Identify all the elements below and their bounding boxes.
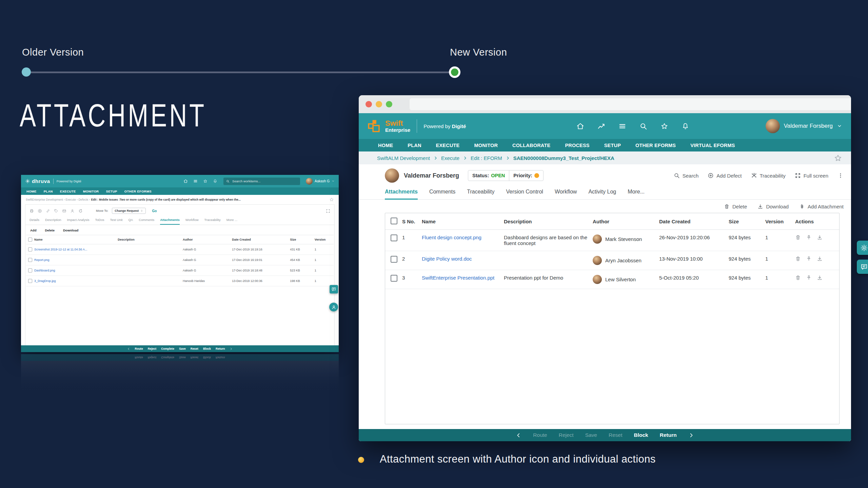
star-icon[interactable] bbox=[660, 122, 668, 130]
tab-attachments[interactable]: Attachments bbox=[385, 189, 418, 200]
reject-button[interactable]: Reject bbox=[148, 347, 157, 350]
tab-workflow[interactable]: Workflow bbox=[555, 189, 577, 199]
search-button[interactable]: Search bbox=[674, 172, 699, 179]
complete-button[interactable]: Complete bbox=[161, 347, 174, 350]
return-button[interactable]: Return bbox=[216, 347, 225, 350]
minimize-window-button[interactable] bbox=[376, 101, 382, 107]
delete-attachment-icon[interactable] bbox=[795, 256, 801, 262]
old-search-box[interactable] bbox=[223, 178, 300, 185]
breadcrumb-execute[interactable]: Execute bbox=[441, 155, 459, 161]
chevron-right-icon[interactable] bbox=[230, 347, 233, 350]
old-tab-comments[interactable]: Comments bbox=[139, 218, 154, 225]
home-icon[interactable] bbox=[576, 122, 584, 130]
old-tab-details[interactable]: Details bbox=[29, 218, 39, 225]
download-button[interactable]: Download bbox=[757, 204, 789, 209]
block-button[interactable]: Block bbox=[203, 347, 211, 350]
zoom-window-button[interactable] bbox=[386, 101, 392, 107]
block-button[interactable]: Block bbox=[634, 432, 648, 438]
user-menu[interactable]: Valdemar Forsberg bbox=[766, 119, 842, 133]
chevron-left-icon[interactable] bbox=[127, 347, 130, 350]
download-attachment-icon[interactable] bbox=[817, 275, 823, 281]
return-button[interactable]: Return bbox=[660, 432, 677, 438]
link-icon[interactable] bbox=[46, 209, 50, 213]
old-nav-setup[interactable]: SETUP bbox=[106, 189, 117, 193]
nav-process[interactable]: PROCESS bbox=[565, 143, 589, 148]
tab-more[interactable]: More... bbox=[628, 189, 645, 199]
maximize-icon[interactable] bbox=[326, 209, 330, 213]
attachment-link[interactable]: Digite Policy word.doc bbox=[422, 256, 472, 262]
tag-icon[interactable] bbox=[54, 209, 58, 213]
delete-attachment-icon[interactable] bbox=[795, 235, 801, 240]
pin-attachment-icon[interactable] bbox=[806, 256, 812, 262]
delete-button[interactable]: Delete bbox=[45, 228, 55, 232]
reset-button[interactable]: Reset bbox=[191, 347, 198, 350]
tab-version-control[interactable]: Version Control bbox=[506, 189, 543, 199]
traceability-button[interactable]: Traceability bbox=[751, 172, 786, 179]
favorite-star-icon[interactable] bbox=[329, 197, 334, 202]
search-icon[interactable] bbox=[639, 122, 647, 130]
attachment-link[interactable]: SwiftEnterprise Presentation.ppt bbox=[422, 275, 494, 281]
home-icon[interactable] bbox=[183, 179, 188, 183]
menu-icon[interactable] bbox=[618, 122, 626, 130]
tab-traceability[interactable]: Traceability bbox=[467, 189, 494, 199]
old-tab-todos[interactable]: ToDos bbox=[95, 218, 104, 225]
breadcrumb-edit-eform[interactable]: Edit : EFORM bbox=[471, 155, 502, 161]
move-to-select[interactable]: Change Request bbox=[112, 208, 146, 214]
full-screen-button[interactable]: Full screen bbox=[795, 172, 828, 179]
attachment-link[interactable]: Screenshot 2019-12-12 at 11.04.56 A... bbox=[34, 248, 87, 251]
download-attachment-icon[interactable] bbox=[817, 235, 823, 240]
old-tab-impact-analysis[interactable]: Impact Analysis bbox=[67, 218, 90, 225]
chevron-right-icon[interactable] bbox=[688, 432, 694, 438]
reset-button[interactable]: Reset bbox=[609, 432, 623, 438]
add-defect-button[interactable]: Add Defect bbox=[708, 172, 742, 179]
download-attachment-icon[interactable] bbox=[817, 256, 823, 262]
old-tab-workflow[interactable]: Workflow bbox=[185, 218, 199, 225]
row-checkbox[interactable] bbox=[28, 247, 32, 251]
old-tab-description[interactable]: Description bbox=[45, 218, 61, 225]
select-all-checkbox[interactable] bbox=[28, 238, 32, 242]
tab-activity-log[interactable]: Activity Log bbox=[588, 189, 616, 199]
go-button[interactable]: Go bbox=[152, 209, 157, 213]
old-tab-test-unit[interactable]: Test Unit bbox=[110, 218, 123, 225]
old-nav-monitor[interactable]: MONITOR bbox=[83, 189, 99, 193]
close-window-button[interactable] bbox=[366, 101, 372, 107]
reject-button[interactable]: Reject bbox=[559, 432, 574, 438]
refresh-icon[interactable] bbox=[78, 209, 83, 213]
old-nav-execute[interactable]: EXECUTE bbox=[60, 189, 76, 193]
old-tab-qa[interactable]: QA bbox=[128, 218, 133, 225]
row-checkbox[interactable] bbox=[28, 268, 32, 272]
old-tab-more[interactable]: More ... bbox=[226, 218, 237, 225]
feedback-chat-button[interactable] bbox=[330, 285, 338, 293]
nav-virtual-eforms[interactable]: VIRTUAL EFORMS bbox=[690, 143, 735, 148]
row-checkbox[interactable] bbox=[28, 258, 32, 262]
delete-attachment-icon[interactable] bbox=[795, 275, 801, 281]
old-tab-traceability[interactable]: Traceability bbox=[204, 218, 221, 225]
breadcrumb-project[interactable]: SwiftALM Development bbox=[377, 155, 430, 161]
pin-attachment-icon[interactable] bbox=[806, 275, 812, 281]
attachment-link[interactable]: Fluent design concept.png bbox=[422, 235, 481, 240]
old-nav-home[interactable]: HOME bbox=[26, 189, 37, 193]
old-tab-attachments[interactable]: Attachments bbox=[160, 218, 180, 225]
nav-collaborate[interactable]: COLLABORATE bbox=[512, 143, 550, 148]
person-icon[interactable] bbox=[70, 209, 75, 213]
nav-execute[interactable]: EXECUTE bbox=[436, 143, 460, 148]
nav-other-eforms[interactable]: OTHER EFORMS bbox=[635, 143, 676, 148]
old-nav-plan[interactable]: PLAN bbox=[44, 189, 53, 193]
nav-monitor[interactable]: MONITOR bbox=[474, 143, 498, 148]
route-button[interactable]: Route bbox=[533, 432, 547, 438]
star-icon[interactable] bbox=[203, 179, 208, 183]
menu-icon[interactable] bbox=[193, 179, 198, 183]
save-button[interactable]: Save bbox=[585, 432, 597, 438]
add-icon[interactable] bbox=[38, 209, 42, 213]
attachment-link[interactable]: Report.png bbox=[34, 258, 50, 262]
attachment-link[interactable]: Dashboard.png bbox=[34, 269, 55, 272]
row-checkbox[interactable] bbox=[391, 256, 397, 263]
old-user-menu[interactable]: Aakash G bbox=[306, 178, 335, 185]
bell-icon[interactable] bbox=[213, 179, 217, 183]
comments-button[interactable] bbox=[857, 260, 868, 274]
row-checkbox[interactable] bbox=[391, 235, 397, 241]
save-button[interactable]: Save bbox=[179, 347, 186, 350]
nav-plan[interactable]: PLAN bbox=[408, 143, 421, 148]
pin-attachment-icon[interactable] bbox=[806, 235, 812, 240]
favorite-star-icon[interactable] bbox=[834, 154, 842, 162]
